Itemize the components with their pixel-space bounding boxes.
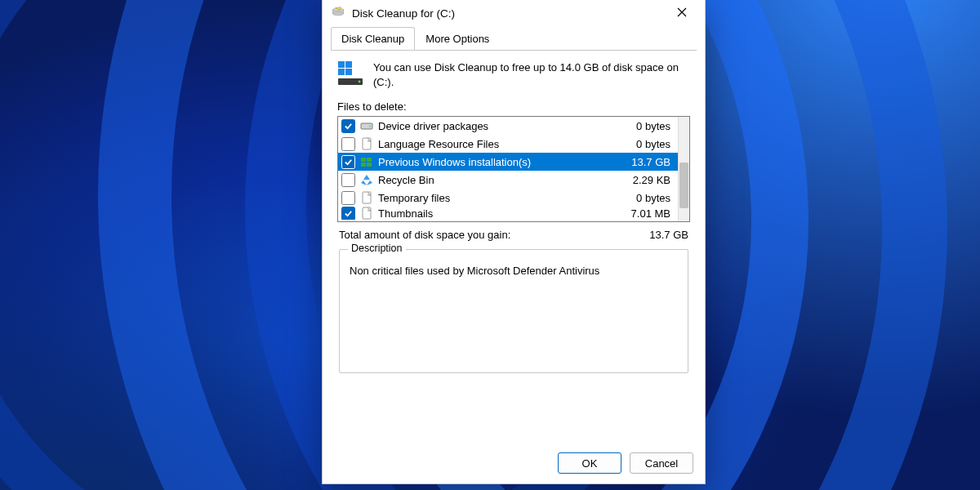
- titlebar[interactable]: Disk Cleanup for (C:): [323, 0, 705, 26]
- item-name: Device driver packages: [378, 120, 631, 132]
- win-icon: [360, 155, 373, 168]
- intro-text: You can use Disk Cleanup to free up to 1…: [373, 60, 690, 89]
- svg-point-8: [359, 81, 361, 83]
- description-groupbox: Description Non critical files used by M…: [339, 249, 688, 373]
- close-icon: [677, 7, 687, 20]
- file-icon: [360, 137, 373, 150]
- list-item[interactable]: Thumbnails7.01 MB: [338, 207, 679, 220]
- checkbox[interactable]: [341, 173, 355, 187]
- item-size: 0 bytes: [636, 138, 672, 150]
- files-listbox[interactable]: Device driver packages0 bytesLanguage Re…: [337, 116, 690, 222]
- scrollbar-thumb[interactable]: [679, 163, 688, 208]
- file-icon: [360, 191, 373, 204]
- description-legend: Description: [348, 243, 406, 254]
- description-text: Non critical files used by Microsoft Def…: [350, 265, 678, 277]
- files-to-delete-label: Files to delete:: [337, 100, 690, 113]
- tab-more-options[interactable]: More Options: [415, 27, 500, 50]
- item-size: 0 bytes: [636, 120, 672, 132]
- drive-cleanup-icon: [337, 60, 363, 87]
- item-name: Thumbnails: [378, 207, 626, 220]
- total-value: 13.7 GB: [649, 229, 688, 241]
- total-label: Total amount of disk space you gain:: [339, 229, 649, 241]
- scrollbar[interactable]: [678, 117, 689, 221]
- checkbox[interactable]: [341, 207, 355, 220]
- checkbox[interactable]: [341, 119, 355, 133]
- disk-cleanup-dialog: Disk Cleanup for (C:) Disk Cleanup More …: [322, 0, 706, 484]
- intro-block: You can use Disk Cleanup to free up to 1…: [337, 60, 690, 89]
- svg-rect-3: [338, 61, 345, 68]
- item-size: 13.7 GB: [631, 156, 672, 168]
- item-name: Recycle Bin: [378, 174, 628, 186]
- checkbox[interactable]: [341, 155, 355, 169]
- checkbox[interactable]: [341, 137, 355, 151]
- tab-strip: Disk Cleanup More Options: [323, 26, 705, 50]
- svg-point-2: [332, 11, 344, 16]
- checkbox[interactable]: [341, 191, 355, 205]
- ok-button[interactable]: OK: [558, 452, 621, 474]
- item-size: 7.01 MB: [631, 207, 672, 220]
- dialog-footer: OK Cancel: [323, 444, 705, 483]
- list-item[interactable]: Device driver packages0 bytes: [338, 117, 679, 135]
- svg-rect-6: [345, 69, 352, 75]
- list-item[interactable]: Recycle Bin2.29 KB: [338, 171, 679, 189]
- recycle-icon: [360, 173, 373, 186]
- window-title: Disk Cleanup for (C:): [352, 7, 664, 20]
- cancel-button[interactable]: Cancel: [630, 452, 693, 474]
- drive-icon: [360, 119, 373, 132]
- file-icon: [360, 207, 373, 220]
- tab-panel: You can use Disk Cleanup to free up to 1…: [331, 50, 697, 376]
- item-name: Language Resource Files: [378, 138, 631, 150]
- item-name: Previous Windows installation(s): [378, 156, 626, 168]
- svg-rect-4: [345, 61, 352, 68]
- list-item[interactable]: Temporary files0 bytes: [338, 189, 679, 207]
- list-item[interactable]: Language Resource Files0 bytes: [338, 135, 679, 153]
- item-size: 0 bytes: [636, 192, 672, 204]
- tab-disk-cleanup[interactable]: Disk Cleanup: [331, 27, 415, 50]
- total-line: Total amount of disk space you gain: 13.…: [339, 229, 688, 241]
- close-button[interactable]: [664, 1, 700, 25]
- svg-rect-5: [338, 69, 345, 75]
- item-name: Temporary files: [378, 192, 631, 204]
- item-size: 2.29 KB: [633, 174, 672, 186]
- disk-cleanup-title-icon: [331, 6, 345, 20]
- list-item[interactable]: Previous Windows installation(s)13.7 GB: [338, 153, 679, 171]
